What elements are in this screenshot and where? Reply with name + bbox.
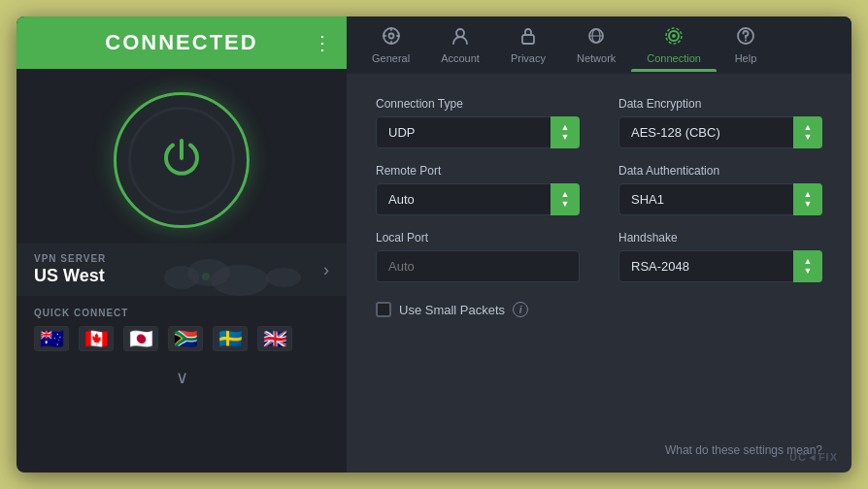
tab-general-label: General [372, 52, 410, 64]
data-encryption-select[interactable]: AES-128 (CBC) AES-256 (CBC) [618, 116, 822, 148]
privacy-icon [518, 26, 538, 49]
app-container: CONNECTED ⋮ [17, 16, 851, 473]
svg-point-13 [672, 34, 676, 38]
local-port-label: Local Port [376, 231, 580, 244]
info-icon[interactable]: i [513, 302, 528, 317]
handshake-group: Handshake RSA-2048 RSA-4096 ▲ ▼ [618, 231, 822, 282]
data-encryption-select-wrapper: AES-128 (CBC) AES-256 (CBC) ▲ ▼ [618, 116, 822, 148]
svg-rect-8 [522, 35, 534, 44]
svg-point-2 [211, 265, 269, 296]
status-bar: CONNECTED ⋮ [17, 16, 347, 69]
bottom-chevron[interactable]: ∨ [17, 359, 347, 398]
power-circle-inner [128, 107, 235, 213]
handshake-select[interactable]: RSA-2048 RSA-4096 [618, 250, 822, 282]
settings-columns: Connection Type UDP TCP ▲ ▼ [376, 97, 822, 436]
remote-port-select-wrapper: Auto 443 1194 ▲ ▼ [376, 183, 580, 215]
left-panel: CONNECTED ⋮ [17, 16, 347, 473]
svg-point-3 [266, 268, 301, 287]
data-authentication-label: Data Authentication [618, 164, 822, 178]
tab-help-label: Help [735, 52, 757, 64]
tab-help[interactable]: Help [717, 16, 775, 72]
flag-japan[interactable]: 🇯🇵 [123, 326, 158, 351]
connection-type-group: Connection Type UDP TCP ▲ ▼ [376, 97, 580, 148]
small-packets-row: Use Small Packets i [376, 302, 580, 317]
tab-account[interactable]: Account [425, 16, 495, 72]
remote-port-select[interactable]: Auto 443 1194 [376, 183, 580, 215]
small-packets-label: Use Small Packets [399, 303, 505, 317]
connection-type-select-wrapper: UDP TCP ▲ ▼ [376, 116, 580, 148]
flag-south-africa[interactable]: 🇿🇦 [168, 326, 203, 351]
data-encryption-group: Data Encryption AES-128 (CBC) AES-256 (C… [618, 97, 822, 148]
general-icon [382, 26, 401, 49]
tab-privacy[interactable]: Privacy [495, 16, 561, 72]
tab-general[interactable]: General [356, 16, 425, 72]
connection-type-select[interactable]: UDP TCP [376, 116, 580, 148]
settings-content: Connection Type UDP TCP ▲ ▼ [347, 74, 851, 473]
flag-row: 🇦🇺 🇨🇦 🇯🇵 🇿🇦 🇸🇪 🇬🇧 [34, 326, 329, 351]
tab-privacy-label: Privacy [511, 52, 546, 64]
local-port-input[interactable] [376, 250, 580, 282]
connection-icon [664, 26, 684, 49]
remote-port-group: Remote Port Auto 443 1194 ▲ ▼ [376, 164, 580, 215]
more-button[interactable]: ⋮ [313, 31, 333, 54]
tab-network-label: Network [577, 52, 616, 64]
power-area [17, 69, 347, 244]
data-authentication-select-wrapper: SHA1 SHA256 ▲ ▼ [618, 183, 822, 215]
tab-connection[interactable]: Connection [631, 16, 717, 72]
data-authentication-select[interactable]: SHA1 SHA256 [618, 183, 822, 215]
remote-port-label: Remote Port [376, 164, 580, 178]
power-icon [159, 135, 204, 186]
flag-uk[interactable]: 🇬🇧 [257, 326, 292, 351]
handshake-label: Handshake [618, 231, 822, 244]
settings-col-1: Connection Type UDP TCP ▲ ▼ [376, 97, 580, 436]
vpn-server-label: VPN SERVER [34, 253, 106, 264]
small-packets-checkbox[interactable] [376, 302, 391, 317]
status-text: CONNECTED [32, 30, 331, 55]
settings-col-2: Data Encryption AES-128 (CBC) AES-256 (C… [618, 97, 822, 436]
tab-connection-label: Connection [647, 52, 701, 64]
vpn-server-info: VPN SERVER US West [34, 253, 106, 286]
help-icon [736, 26, 755, 49]
flag-canada[interactable]: 🇨🇦 [79, 326, 114, 351]
vpn-server-name: US West [34, 266, 106, 286]
local-port-group: Local Port [376, 231, 580, 282]
data-encryption-label: Data Encryption [618, 97, 822, 111]
settings-footer: What do these settings mean? [376, 436, 822, 457]
svg-point-4 [202, 273, 210, 280]
watermark: UC◄FIX [789, 451, 838, 463]
tab-bar: General Account Privacy Network [347, 16, 851, 74]
power-button[interactable] [114, 92, 250, 228]
vpn-chevron-icon: › [323, 260, 329, 280]
svg-point-7 [456, 29, 464, 37]
flag-sweden[interactable]: 🇸🇪 [213, 326, 248, 351]
map-bg [152, 244, 308, 311]
network-icon [586, 26, 606, 49]
connection-type-label: Connection Type [376, 97, 580, 111]
tab-network[interactable]: Network [561, 16, 631, 72]
right-panel: General Account Privacy Network [347, 16, 851, 473]
account-icon [451, 26, 470, 49]
tab-account-label: Account [441, 52, 480, 64]
data-authentication-group: Data Authentication SHA1 SHA256 ▲ ▼ [618, 164, 822, 215]
flag-australia[interactable]: 🇦🇺 [34, 326, 69, 351]
svg-point-6 [388, 34, 393, 39]
svg-point-15 [745, 40, 747, 42]
vpn-server-row[interactable]: VPN SERVER US West › [17, 244, 347, 296]
handshake-select-wrapper: RSA-2048 RSA-4096 ▲ ▼ [618, 250, 822, 282]
